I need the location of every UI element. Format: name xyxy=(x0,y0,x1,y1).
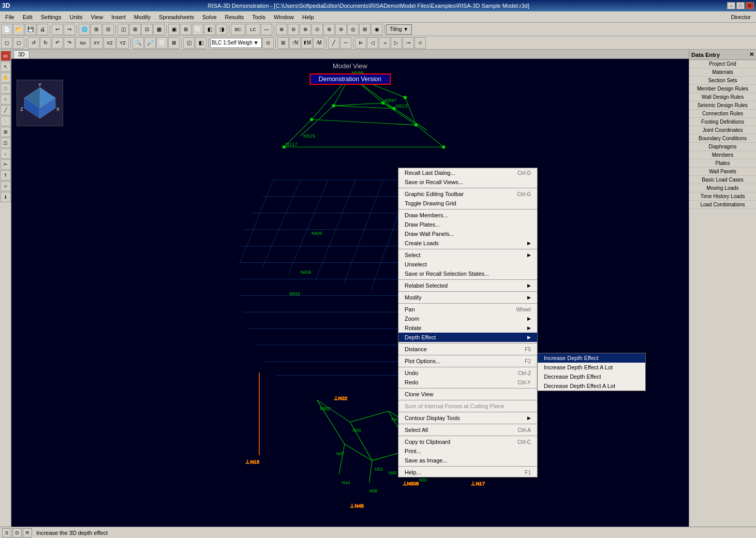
de-connection-rules[interactable]: Connection Rules xyxy=(689,110,756,118)
de-moving-loads[interactable]: Moving Loads xyxy=(689,184,756,192)
cm-select-all[interactable]: Select All Ctrl-A xyxy=(398,425,537,435)
tab-3d[interactable]: 3D xyxy=(13,50,29,58)
tb2-h2[interactable]: ─ xyxy=(340,37,351,49)
cm-distance[interactable]: Distance F5 xyxy=(398,345,537,354)
cm-copy-clipboard[interactable]: Copy to Clipboard Ctrl-C xyxy=(398,437,537,446)
menu-help[interactable]: Help xyxy=(298,13,318,21)
menu-modify[interactable]: Modify xyxy=(130,13,155,21)
tb-c4[interactable]: ◧ xyxy=(204,24,215,35)
lt-plate[interactable]: ◫ xyxy=(1,138,11,148)
tb2-xz[interactable]: XZ xyxy=(103,37,116,49)
cm-redo[interactable]: Redo Ctrl-Y xyxy=(398,378,537,387)
menu-insert[interactable]: Insert xyxy=(107,13,130,21)
tb-d7[interactable]: ◎ xyxy=(347,24,359,35)
lt-circle[interactable]: ○ xyxy=(1,94,11,104)
lt-cursor[interactable]: ↖ xyxy=(1,62,11,72)
close-button[interactable]: ✕ xyxy=(746,2,754,9)
cm-select[interactable]: Select ▶ xyxy=(398,250,537,260)
lt-member[interactable]: ⊞ xyxy=(1,127,11,137)
tb-d9[interactable]: ◉ xyxy=(371,24,382,35)
tb-b1[interactable]: ◫ xyxy=(117,24,129,35)
lt-top[interactable]: 3D xyxy=(1,51,11,61)
titlebar-controls[interactable]: – □ ✕ xyxy=(727,2,754,9)
cm-recall-dialog[interactable]: Recall Last Dialog... Ctrl-D xyxy=(398,168,537,177)
maximize-button[interactable]: □ xyxy=(736,2,745,9)
de-project-grid[interactable]: Project Grid xyxy=(689,60,756,68)
menu-edit[interactable]: Edit xyxy=(19,13,37,21)
tb-undo[interactable]: ↩ xyxy=(52,24,63,35)
tb-lc[interactable]: LC xyxy=(246,24,260,35)
sub-decrease-depth-lot[interactable]: Decrease Depth Effect A Lot xyxy=(538,381,645,391)
tb-d4[interactable]: ⊙ xyxy=(312,24,323,35)
cm-sum-internal[interactable]: Sum of Internal Forces at Cutting Plane xyxy=(398,401,537,411)
menu-tools[interactable]: Tools xyxy=(248,13,270,21)
de-joint-coordinates[interactable]: Joint Coordinates xyxy=(689,126,756,134)
tb2-xy[interactable]: XY xyxy=(91,37,103,49)
cm-depth-effect[interactable]: Depth Effect ▶ xyxy=(398,333,537,342)
de-wall-design[interactable]: Wall Design Rules xyxy=(689,93,756,101)
tb2-g1[interactable]: ⊞ xyxy=(277,37,289,49)
cm-save-recall-views[interactable]: Save or Recall Views... xyxy=(398,177,537,187)
de-boundary-conditions[interactable]: Boundary Conditions xyxy=(689,134,756,143)
tb-print[interactable]: 🖨 xyxy=(37,24,48,35)
cm-save-recall-states[interactable]: Save or Recall Selection States... xyxy=(398,269,537,278)
de-members[interactable]: Members xyxy=(689,151,756,159)
cm-unselect[interactable]: Unselect xyxy=(398,260,537,269)
cm-create-loads[interactable]: Create Loads ▶ xyxy=(398,238,537,248)
tb2-g3[interactable]: ⬆M xyxy=(301,37,313,49)
tb2-2[interactable]: ◻ xyxy=(13,37,24,49)
tb-d3[interactable]: ⊗ xyxy=(300,24,311,35)
de-basic-load-cases[interactable]: Basic Load Cases xyxy=(689,176,756,184)
tiling-button[interactable]: Tiling ▼ xyxy=(386,24,412,35)
tb-d2[interactable]: ⊖ xyxy=(288,24,299,35)
sub-increase-depth-lot[interactable]: Increase Depth Effect A Lot xyxy=(538,363,645,372)
tb2-g4[interactable]: ·M xyxy=(313,37,324,49)
tb2-i3[interactable]: ◃ xyxy=(379,37,390,49)
tb-c2[interactable]: ⊞ xyxy=(180,24,191,35)
de-wall-panels[interactable]: Wall Panels xyxy=(689,168,756,176)
tb-c3[interactable]: ⬜ xyxy=(192,24,203,35)
tb-c5[interactable]: ◨ xyxy=(216,24,227,35)
model-view[interactable]: Model View Demonstration Version Y Z X xyxy=(11,59,689,527)
status-d[interactable]: D xyxy=(12,528,22,537)
lt-info[interactable]: ℹ xyxy=(1,192,11,202)
tb2-i6[interactable]: ⊹ xyxy=(414,37,426,49)
cm-pan[interactable]: Pan Wheel xyxy=(398,305,537,314)
lt-text[interactable]: T xyxy=(1,170,11,181)
tb2-zoomout[interactable]: 🔎 xyxy=(144,37,156,49)
tb-c1[interactable]: ▣ xyxy=(168,24,180,35)
de-footing-definitions[interactable]: Footing Definitions xyxy=(689,118,756,126)
cm-draw-wall-panels[interactable]: Draw Wall Panels... xyxy=(398,229,537,238)
cm-toggle-grid[interactable]: Toggle Drawing Grid xyxy=(398,199,537,208)
menu-file[interactable]: File xyxy=(1,13,19,21)
sub-decrease-depth[interactable]: Decrease Depth Effect xyxy=(538,372,645,381)
cm-rotate[interactable]: Rotate ▶ xyxy=(398,323,537,333)
tb2-yz[interactable]: YZ xyxy=(116,37,129,49)
de-member-design[interactable]: Member Design Rules xyxy=(689,85,756,93)
tb-dash[interactable]: — xyxy=(261,24,272,35)
tb-redo[interactable]: ↪ xyxy=(64,24,75,35)
menu-window[interactable]: Window xyxy=(270,13,298,21)
tb-grid2[interactable]: ⊟ xyxy=(102,24,114,35)
cm-help[interactable]: Help... F1 xyxy=(398,468,537,477)
tb2-5[interactable]: ↶ xyxy=(52,37,63,49)
tb-globe[interactable]: 🌐 xyxy=(79,24,90,35)
tb2-zoombox[interactable]: ⬜ xyxy=(156,37,168,49)
tb2-i4[interactable]: ▷ xyxy=(391,37,402,49)
tb-d8[interactable]: ⊞ xyxy=(359,24,370,35)
tb2-e2[interactable]: ◧ xyxy=(195,37,206,49)
tb2-3[interactable]: ↺ xyxy=(28,37,39,49)
tb-d6[interactable]: ⊜ xyxy=(335,24,347,35)
cm-graphic-toolbar[interactable]: Graphic Editing Toolbar Ctrl-G xyxy=(398,189,537,199)
tb-bc[interactable]: BC xyxy=(231,24,245,35)
tb2-zoomall[interactable]: ⊠ xyxy=(168,37,180,49)
menu-solve[interactable]: Solve xyxy=(198,13,221,21)
de-plates[interactable]: Plates xyxy=(689,159,756,168)
lt-dim[interactable]: ⊢ xyxy=(1,159,11,170)
blc-dropdown[interactable]: BLC 1:Self Weigh ▼ xyxy=(210,38,262,48)
status-r[interactable]: R xyxy=(23,528,32,537)
menu-results[interactable]: Results xyxy=(221,13,248,21)
tb-d1[interactable]: ⊕ xyxy=(276,24,287,35)
tb2-e1[interactable]: ◫ xyxy=(183,37,195,49)
cm-contour-tools[interactable]: Contour Display Tools ▶ xyxy=(398,413,537,423)
